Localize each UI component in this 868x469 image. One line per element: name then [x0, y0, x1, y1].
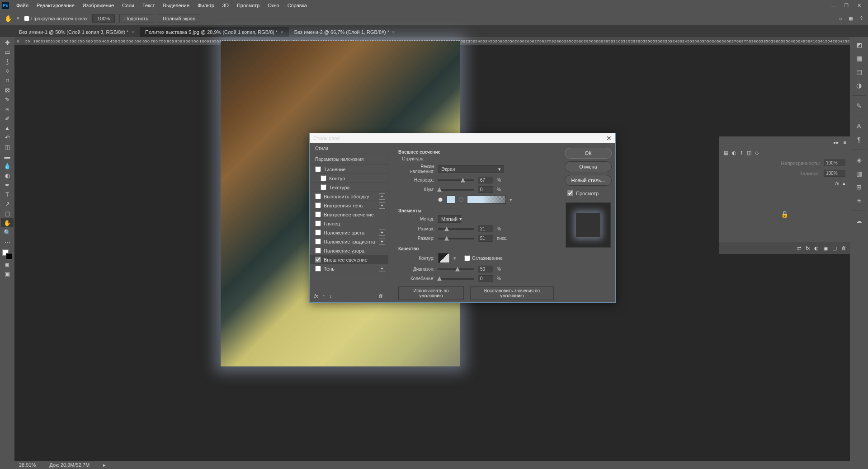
hand-tool-icon[interactable]: ✋ [1, 218, 14, 227]
style-row-1[interactable]: Контур [310, 174, 388, 183]
filter-layer-icon[interactable]: ◇ [755, 150, 759, 156]
doc-tab-2[interactable]: Политех выставка 5.jpg @ 28,9% (Слой 1 к… [140, 27, 289, 37]
opacity-slider[interactable] [438, 179, 474, 181]
status-zoom[interactable]: 28,91% [19, 462, 36, 468]
eyedropper-tool-icon[interactable]: ✎ [1, 95, 14, 104]
style-row-3[interactable]: Выполнить обводку+ [310, 192, 388, 201]
blend-mode-select[interactable]: Экран▾ [438, 165, 504, 173]
opacity-field[interactable]: 100% [824, 159, 845, 166]
adjustments-panel-icon[interactable]: ◑ [853, 80, 865, 90]
doc-tab-1[interactable]: Без имени-1 @ 50% (Слой 1 копия 3, RGB/8… [14, 27, 140, 37]
spread-slider[interactable] [438, 228, 474, 230]
style-row-9[interactable]: Наложение узора [310, 246, 388, 255]
range-slider[interactable] [438, 268, 474, 270]
noise-input[interactable]: 0 [478, 186, 493, 193]
close-icon[interactable]: × [132, 29, 134, 35]
type-tool-icon[interactable]: T [1, 190, 14, 199]
gradient-tool-icon[interactable]: ▬ [1, 152, 14, 161]
add-effect-icon[interactable]: + [379, 193, 385, 200]
fill-field[interactable]: 100% [824, 170, 845, 177]
filter-layer-icon[interactable]: ◐ [732, 150, 736, 156]
style-row-6[interactable]: Глянец [310, 219, 388, 228]
glow-color-swatch[interactable] [446, 196, 455, 204]
menu-image[interactable]: Изображение [79, 1, 118, 9]
edit-toolbar-icon[interactable]: ⋯ [1, 237, 14, 246]
hand-tool-icon[interactable]: ✋ [5, 15, 12, 22]
method-select[interactable]: Мягкий▾ [438, 215, 461, 223]
spread-input[interactable]: 21 [478, 225, 493, 232]
status-expand-icon[interactable]: ▸ [103, 462, 106, 468]
menu-file[interactable]: Файл [13, 1, 32, 9]
share-icon[interactable]: ⇪ [859, 15, 863, 21]
layer-style-icon[interactable]: fx [806, 245, 810, 251]
new-group-icon[interactable]: ▣ [823, 245, 828, 251]
size-slider[interactable] [438, 238, 474, 239]
dropdown-icon[interactable]: ▾ [17, 15, 19, 21]
crop-tool-icon[interactable]: ⌗ [1, 76, 14, 85]
magic-wand-tool-icon[interactable]: ✧ [1, 66, 14, 75]
contour-picker[interactable] [438, 253, 450, 263]
color-swatch[interactable] [2, 249, 12, 259]
styles-header[interactable]: Стили [310, 143, 388, 154]
panel-collapse-icon[interactable]: ▸▸ [834, 140, 839, 145]
close-icon[interactable]: × [392, 29, 395, 35]
quickmask-icon[interactable]: ◙ [1, 260, 14, 269]
jitter-input[interactable]: 0 [478, 275, 493, 282]
style-row-4[interactable]: Внутренняя тень+ [310, 201, 388, 210]
libraries-panel-icon[interactable]: ☁ [853, 216, 865, 226]
marquee-tool-icon[interactable]: ▭ [1, 47, 14, 56]
menu-text[interactable]: Текст [139, 1, 159, 9]
fullscreen-button[interactable]: Полный экран [158, 14, 200, 23]
status-doc[interactable]: Док: 20,9М/52,7М [49, 462, 90, 468]
filter-layer-icon[interactable]: ▦ [724, 150, 728, 156]
opacity-input[interactable]: 67 [478, 177, 493, 183]
style-row-0[interactable]: Тиснение [310, 165, 388, 174]
path-tool-icon[interactable]: ↗ [1, 199, 14, 208]
menu-edit[interactable]: Редактирование [33, 1, 78, 9]
new-layer-icon[interactable]: ▢ [832, 245, 837, 251]
add-effect-icon[interactable]: + [379, 230, 385, 236]
frame-tool-icon[interactable]: ⊠ [1, 85, 14, 94]
panel-menu-icon[interactable]: ≡ [844, 140, 846, 145]
glow-gradient[interactable] [467, 196, 506, 204]
menu-select[interactable]: Выделение [160, 1, 193, 9]
move-tool-icon[interactable]: ✥ [1, 38, 14, 47]
history-panel-icon[interactable]: ◩ [853, 40, 865, 50]
layer-mask-icon[interactable]: ◐ [814, 245, 819, 251]
filter-layer-icon[interactable]: T [740, 150, 743, 156]
eraser-tool-icon[interactable]: ◫ [1, 142, 14, 151]
layers-panel-icon[interactable]: ◈ [853, 155, 865, 165]
paths-panel-icon[interactable]: ⊞ [853, 182, 865, 192]
antialias-checkbox[interactable]: Сглаживание [464, 255, 503, 261]
add-effect-icon[interactable]: + [379, 239, 385, 245]
style-row-5[interactable]: Внутреннее свечение [310, 210, 388, 219]
add-effect-icon[interactable]: + [379, 202, 385, 209]
swatches-panel-icon[interactable]: ▤ [853, 67, 865, 77]
add-effect-icon[interactable]: + [379, 266, 385, 272]
search-icon[interactable]: ⌕ [839, 15, 842, 21]
brush-tool-icon[interactable]: ✐ [1, 114, 14, 123]
close-icon[interactable]: × [280, 29, 283, 35]
move-down-icon[interactable]: ↓ [330, 293, 332, 299]
zoom-tool-icon[interactable]: 🔍 [1, 228, 14, 237]
style-row-2[interactable]: Текстура [310, 183, 388, 192]
style-row-10[interactable]: Внешнее свечение [310, 255, 388, 264]
move-up-icon[interactable]: ↑ [323, 293, 326, 299]
jitter-slider[interactable] [438, 278, 474, 280]
fx-icon[interactable]: fx [314, 293, 318, 299]
screenmode-icon[interactable]: ▣ [1, 269, 14, 278]
blur-tool-icon[interactable]: 💧 [1, 161, 14, 170]
menu-layers[interactable]: Слои [118, 1, 138, 9]
arrange-icon[interactable]: ▦ [849, 15, 853, 21]
color-panel-icon[interactable]: ▦ [853, 53, 865, 63]
delete-icon[interactable]: 🗑 [378, 293, 383, 299]
menu-3d[interactable]: 3D [219, 1, 232, 9]
paragraph-panel-icon[interactable]: ¶ [853, 135, 865, 145]
dodge-tool-icon[interactable]: ◐ [1, 171, 14, 180]
use-default-button[interactable]: Использовать по умолчанию [398, 286, 464, 300]
style-row-8[interactable]: Наложение градиента+ [310, 237, 388, 246]
delete-layer-icon[interactable]: 🗑 [841, 245, 846, 251]
properties-panel-icon[interactable]: ☀ [853, 196, 865, 206]
clone-tool-icon[interactable]: ▲ [1, 123, 14, 132]
ok-button[interactable]: ОК [565, 148, 612, 159]
